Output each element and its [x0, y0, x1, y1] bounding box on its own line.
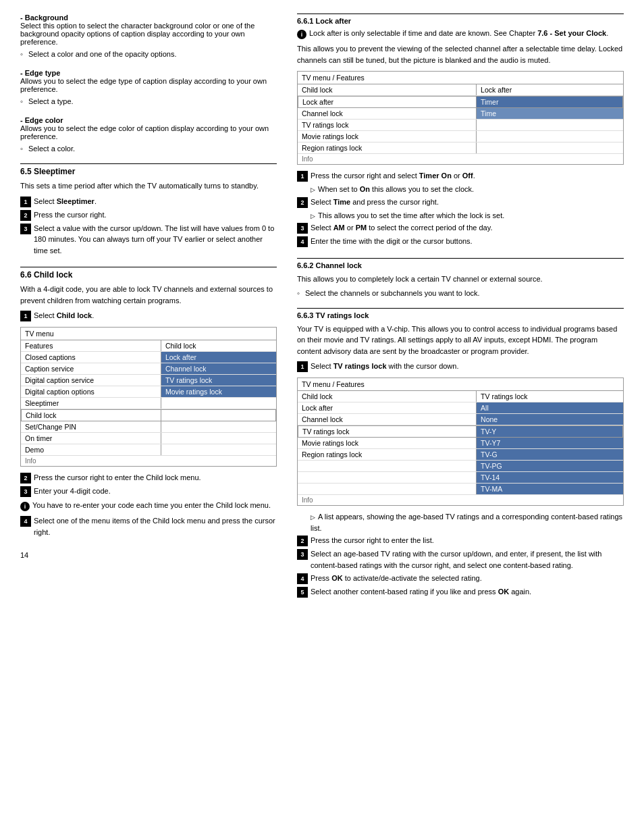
info-icon-66: i — [20, 502, 30, 511]
menu2-row-2: TV ratings lock — [298, 120, 623, 131]
menu2-cell-right-1: Time — [477, 108, 623, 119]
step-65-1-text: Select Sleeptimer. — [34, 196, 277, 207]
menu3-cell-left-6 — [298, 472, 477, 483]
edge-color-section: - Edge color Allows you to select the ed… — [20, 116, 277, 153]
step-663-2-text: Press the cursor right to enter the list… — [311, 535, 624, 546]
info-box-661: i Lock after is only selectable if time … — [297, 29, 624, 39]
step-66-3-text: Enter your 4-digit code. — [34, 486, 277, 497]
menu3-cell-right-3: TV-Y7 — [477, 438, 623, 448]
menu1-row-2: Digital caption service TV ratings lock — [21, 375, 276, 386]
step-66-3: 3 Enter your 4-digit code. — [20, 486, 277, 497]
menu2-cell-right-4 — [477, 142, 623, 153]
menu-table-2: TV menu / Features Child lock Lock after… — [297, 71, 624, 165]
menu1-cell-left-6: Set/Change PIN — [21, 421, 161, 432]
section-662-bullet: Select the channels or subchannels you w… — [297, 289, 624, 297]
step-663-1-text: Select TV ratings lock with the cursor d… — [311, 361, 624, 372]
menu3-col1: Child lock — [298, 391, 477, 402]
step-65-2-text: Press the cursor right. — [34, 209, 277, 221]
step-num-66-2: 2 — [20, 473, 31, 484]
menu2-cell-left-1: Channel lock — [298, 108, 477, 119]
section-661-text: This allows you to prevent the viewing o… — [297, 43, 624, 66]
menu1-cell-right-6 — [161, 421, 276, 432]
step-num-663-3: 3 — [297, 549, 308, 560]
menu1-cell-left-2: Digital caption service — [21, 375, 161, 386]
section-662-title: 6.6.2 Channel lock — [297, 261, 624, 269]
step-65-2: 2 Press the cursor right. — [20, 209, 277, 221]
menu-table-1: TV menu Features Child lock Closed capti… — [20, 327, 277, 467]
step-663-5-text: Select another content-based rating if y… — [311, 586, 624, 598]
menu3-info: Info — [298, 495, 623, 505]
step-65-3-text: Select a value with the cursor up/down. … — [34, 223, 277, 257]
section-663-header: 6.6.3 TV ratings lock — [297, 308, 624, 319]
edge-type-title: - Edge type — [20, 69, 60, 77]
menu1-row-5: Child lock — [21, 409, 276, 421]
menu3-cell-left-4: Region ratings lock — [298, 449, 477, 460]
menu2-cell-right-0: Timer — [477, 97, 622, 107]
menu3-cell-left-1: Channel lock — [298, 414, 477, 425]
menu1-col-row: Features Child lock — [21, 340, 276, 352]
menu3-row-0: Lock after All — [298, 402, 623, 414]
menu2-cell-left-3: Movie ratings lock — [298, 131, 477, 142]
info-icon-661: i — [297, 30, 306, 39]
step-num-1: 1 — [20, 197, 31, 207]
step-661-1: 1 Press the cursor right and select Time… — [297, 170, 624, 182]
step-663-3-text: Select an age-based TV rating with the c… — [311, 548, 624, 571]
edge-type-section: - Edge type Allows you to select the edg… — [20, 69, 277, 105]
step-num-663-5: 5 — [297, 587, 308, 598]
edge-color-bullet: Select a color. — [20, 145, 277, 153]
menu3-cell-left-2: TV ratings lock — [298, 426, 477, 437]
menu1-row-8: Demo — [21, 444, 276, 456]
section-66-header: 6.6 Child lock — [20, 267, 277, 280]
background-title: - Background — [20, 14, 68, 22]
menu2-cell-left-2: TV ratings lock — [298, 120, 477, 130]
section-662: 6.6.2 Channel lock This allows you to co… — [297, 258, 624, 297]
menu1-cell-left-0: Closed captions — [21, 352, 161, 363]
step-66-4-text: Select one of the menu items of the Chil… — [34, 515, 277, 538]
menu1-row-0: Closed captions Lock after — [21, 352, 276, 363]
step-num-663-1: 1 — [297, 361, 308, 372]
background-section: - Background Select this option to selec… — [20, 14, 277, 58]
menu1-row-4: Sleeptimer — [21, 398, 276, 409]
step-66-1: 1 Select Child lock. — [20, 310, 277, 321]
step-66-4: 4 Select one of the menu items of the Ch… — [20, 515, 277, 538]
menu3-cell-right-4: TV-G — [477, 449, 623, 460]
section-66-text: With a 4-digit code, you are able to loc… — [20, 284, 277, 306]
step-num-661-4: 4 — [297, 236, 308, 247]
step-661-4: 4 Enter the time with the digit or the c… — [297, 236, 624, 247]
menu1-col1: Features — [21, 340, 161, 351]
menu2-row-1: Channel lock Time — [298, 108, 623, 120]
sub-step-661-1: When set to On this allows you to set th… — [297, 184, 624, 195]
menu3-row-5: TV-PG — [298, 461, 623, 472]
sub-step-661-2: This allows you to set the time after wh… — [297, 210, 624, 221]
menu3-row-6: TV-14 — [298, 472, 623, 484]
menu2-cell-left-0: Lock after — [298, 97, 477, 107]
menu3-cell-right-1: None — [477, 414, 623, 425]
menu3-row-7: TV-MA — [298, 484, 623, 495]
menu1-info: Info — [21, 456, 276, 466]
section-65-text: This sets a time period after which the … — [20, 180, 277, 192]
step-num-663-2: 2 — [297, 536, 308, 546]
step-66-2-text: Press the cursor right to enter the Chil… — [34, 472, 277, 484]
step-num-661-2: 2 — [297, 197, 308, 208]
menu1-cell-left-4: Sleeptimer — [21, 398, 161, 409]
menu1-cell-right-0: Lock after — [161, 352, 276, 363]
section-661-header: 6.6.1 Lock after — [297, 14, 624, 25]
step-661-1-text: Press the cursor right and select Timer … — [311, 170, 624, 182]
menu1-cell-left-5: Child lock — [22, 410, 161, 421]
menu1-row-7: On timer — [21, 433, 276, 444]
menu1-cell-left-3: Digital caption options — [21, 386, 161, 397]
right-column: 6.6.1 Lock after i Lock after is only se… — [297, 14, 624, 608]
step-num-66-1: 1 — [20, 311, 31, 321]
section-662-text: This allows you to completely lock a cer… — [297, 273, 624, 285]
sub-step-663-1: A list appears, showing the age-based TV… — [297, 511, 624, 533]
menu1-cell-left-1: Caption service — [21, 363, 161, 374]
section-65-title: 6.5 Sleeptimer — [20, 167, 277, 176]
info-box-66: i You have to re-enter your code each ti… — [20, 501, 277, 511]
menu3-row-4: Region ratings lock TV-G — [298, 449, 623, 461]
menu1-col2: Child lock — [161, 340, 276, 351]
edge-type-text: Allows you to select the edge type of ca… — [20, 77, 267, 93]
step-num-66-3: 3 — [20, 486, 31, 497]
step-661-3-text: Select AM or PM to select the correct pe… — [311, 222, 624, 234]
menu2-row-4: Region ratings lock — [298, 142, 623, 154]
section-663: 6.6.3 TV ratings lock Your TV is equippe… — [297, 308, 624, 598]
